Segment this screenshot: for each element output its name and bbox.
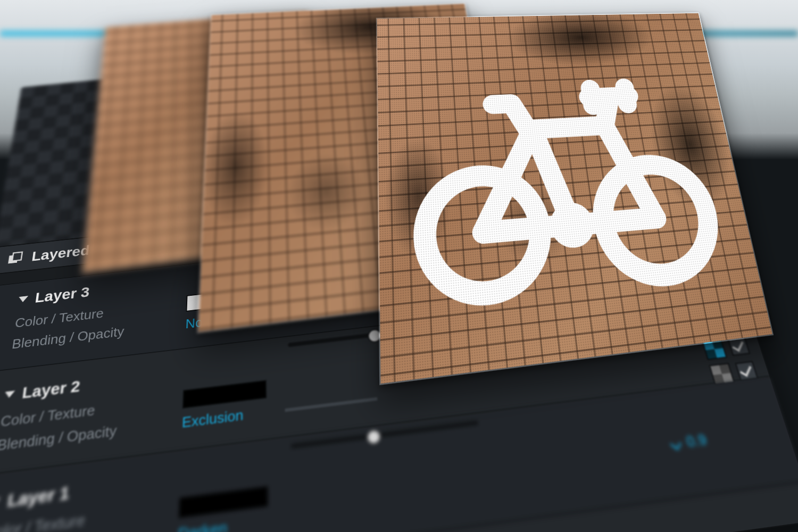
color-texture-label: Color / Texture — [0, 393, 168, 430]
color-swatch[interactable] — [178, 486, 268, 518]
preview-tile-front — [376, 12, 774, 385]
lock-checkbox[interactable] — [735, 361, 759, 381]
stage: ‹ Layered Layer 3 Color / Textu — [0, 0, 798, 532]
color-swatch[interactable] — [182, 380, 267, 409]
halftone-overlay — [377, 13, 772, 384]
opacity-slider[interactable] — [291, 420, 479, 448]
blending-row: Blending / Opacity Darken — [0, 446, 781, 532]
divider — [285, 397, 378, 412]
blending-label: Blending / Opacity — [0, 416, 167, 455]
expand-icon — [18, 296, 28, 303]
color-texture-label: Color / Texture — [0, 501, 163, 532]
texture-value[interactable]: 0.9 — [669, 430, 709, 453]
alpha-toggle[interactable] — [709, 363, 735, 385]
color-texture-row: Color / Texture 0.9 — [0, 421, 774, 532]
blend-mode[interactable]: Darken — [178, 518, 228, 532]
slider-knob[interactable] — [366, 429, 381, 445]
value-number: 0.9 — [684, 430, 709, 451]
layer-block-1: Layer 1 Color / Texture 0.9 Blending / O… — [0, 377, 798, 532]
layers-icon — [6, 251, 23, 266]
blending-row: Blending / Opacity Exclusion — [0, 345, 748, 455]
blending-label: Blending / Opacity — [0, 527, 162, 532]
layer-name: Layer 2 — [21, 377, 81, 402]
blend-mode[interactable]: Exclusion — [181, 406, 243, 431]
chevron-down-icon — [671, 439, 683, 447]
expand-icon — [4, 390, 15, 398]
layer-name: Layer 1 — [6, 483, 70, 511]
layer-header[interactable]: Layer 1 — [0, 395, 765, 513]
svg-rect-1 — [12, 252, 22, 261]
layer-name: Layer 3 — [34, 284, 90, 306]
